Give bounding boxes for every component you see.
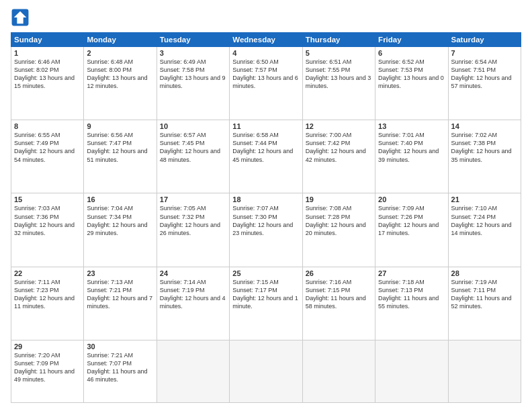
cell-info: Sunrise: 7:04 AMSunset: 7:34 PMDaylight:… (87, 204, 153, 237)
weekday-saturday: Saturday (448, 33, 521, 47)
calendar-cell: 25Sunrise: 7:15 AMSunset: 7:17 PMDayligh… (230, 267, 302, 340)
cell-info: Sunrise: 7:07 AMSunset: 7:30 PMDaylight:… (232, 204, 299, 237)
day-number: 15 (14, 195, 81, 203)
day-number: 5 (306, 49, 372, 57)
day-number: 14 (451, 122, 518, 130)
cell-info: Sunrise: 7:03 AMSunset: 7:36 PMDaylight:… (14, 204, 81, 237)
day-number: 10 (160, 122, 226, 130)
day-number: 6 (378, 49, 445, 57)
calendar-cell: 4Sunrise: 6:50 AMSunset: 7:57 PMDaylight… (230, 47, 302, 120)
calendar-cell: 10Sunrise: 6:57 AMSunset: 7:45 PMDayligh… (157, 120, 229, 193)
calendar-cell: 2Sunrise: 6:48 AMSunset: 8:00 PMDaylight… (84, 47, 157, 120)
calendar-cell: 15Sunrise: 7:03 AMSunset: 7:36 PMDayligh… (11, 193, 84, 267)
cell-info: Sunrise: 6:56 AMSunset: 7:47 PMDaylight:… (87, 131, 153, 164)
calendar-cell: 12Sunrise: 7:00 AMSunset: 7:42 PMDayligh… (302, 120, 375, 193)
day-number: 30 (87, 342, 153, 351)
cell-info: Sunrise: 7:00 AMSunset: 7:42 PMDaylight:… (306, 131, 372, 164)
day-number: 24 (160, 269, 226, 277)
calendar-cell: 18Sunrise: 7:07 AMSunset: 7:30 PMDayligh… (230, 193, 302, 267)
day-number: 3 (160, 49, 226, 57)
page: SundayMondayTuesdayWednesdayThursdayFrid… (0, 0, 532, 411)
cell-info: Sunrise: 6:51 AMSunset: 7:55 PMDaylight:… (306, 58, 372, 91)
weekday-tuesday: Tuesday (157, 33, 229, 47)
week-row-3: 15Sunrise: 7:03 AMSunset: 7:36 PMDayligh… (11, 193, 521, 267)
week-row-2: 8Sunrise: 6:55 AMSunset: 7:49 PMDaylight… (11, 120, 521, 193)
calendar-cell: 24Sunrise: 7:14 AMSunset: 7:19 PMDayligh… (157, 267, 229, 340)
cell-info: Sunrise: 6:55 AMSunset: 7:49 PMDaylight:… (14, 131, 81, 164)
calendar-cell: 23Sunrise: 7:13 AMSunset: 7:21 PMDayligh… (84, 267, 157, 340)
cell-info: Sunrise: 6:48 AMSunset: 8:00 PMDaylight:… (87, 58, 153, 91)
day-number: 20 (378, 195, 445, 203)
calendar-cell: 28Sunrise: 7:19 AMSunset: 7:11 PMDayligh… (448, 267, 521, 340)
calendar-cell: 8Sunrise: 6:55 AMSunset: 7:49 PMDaylight… (11, 120, 84, 193)
calendar-cell: 20Sunrise: 7:09 AMSunset: 7:26 PMDayligh… (375, 193, 448, 267)
cell-info: Sunrise: 7:21 AMSunset: 7:07 PMDaylight:… (87, 351, 153, 384)
cell-info: Sunrise: 7:10 AMSunset: 7:24 PMDaylight:… (451, 204, 518, 237)
calendar-cell (230, 340, 302, 402)
cell-info: Sunrise: 6:46 AMSunset: 8:02 PMDaylight:… (14, 58, 81, 91)
calendar-cell: 19Sunrise: 7:08 AMSunset: 7:28 PMDayligh… (302, 193, 375, 267)
calendar-cell: 11Sunrise: 6:58 AMSunset: 7:44 PMDayligh… (230, 120, 302, 193)
week-row-5: 29Sunrise: 7:20 AMSunset: 7:09 PMDayligh… (11, 340, 521, 402)
day-number: 21 (451, 195, 518, 203)
logo (11, 8, 32, 27)
cell-info: Sunrise: 6:54 AMSunset: 7:51 PMDaylight:… (451, 58, 518, 91)
weekday-monday: Monday (84, 33, 157, 47)
calendar-cell: 17Sunrise: 7:05 AMSunset: 7:32 PMDayligh… (157, 193, 229, 267)
day-number: 16 (87, 195, 153, 203)
header (11, 8, 521, 27)
day-number: 19 (306, 195, 372, 203)
cell-info: Sunrise: 7:05 AMSunset: 7:32 PMDaylight:… (160, 204, 226, 237)
day-number: 9 (87, 122, 153, 130)
cell-info: Sunrise: 6:52 AMSunset: 7:53 PMDaylight:… (378, 58, 445, 91)
logo-icon (11, 8, 30, 27)
day-number: 8 (14, 122, 81, 130)
cell-info: Sunrise: 7:16 AMSunset: 7:15 PMDaylight:… (306, 278, 372, 311)
calendar-cell: 9Sunrise: 6:56 AMSunset: 7:47 PMDaylight… (84, 120, 157, 193)
cell-info: Sunrise: 7:15 AMSunset: 7:17 PMDaylight:… (232, 278, 299, 311)
day-number: 25 (232, 269, 299, 277)
calendar-cell: 22Sunrise: 7:11 AMSunset: 7:23 PMDayligh… (11, 267, 84, 340)
day-number: 17 (160, 195, 226, 203)
calendar-cell: 21Sunrise: 7:10 AMSunset: 7:24 PMDayligh… (448, 193, 521, 267)
calendar-cell: 7Sunrise: 6:54 AMSunset: 7:51 PMDaylight… (448, 47, 521, 120)
calendar-cell (448, 340, 521, 402)
day-number: 23 (87, 269, 153, 277)
cell-info: Sunrise: 6:58 AMSunset: 7:44 PMDaylight:… (232, 131, 299, 164)
cell-info: Sunrise: 7:11 AMSunset: 7:23 PMDaylight:… (14, 278, 81, 311)
calendar-cell: 29Sunrise: 7:20 AMSunset: 7:09 PMDayligh… (11, 340, 84, 402)
calendar-cell: 27Sunrise: 7:18 AMSunset: 7:13 PMDayligh… (375, 267, 448, 340)
calendar-cell: 6Sunrise: 6:52 AMSunset: 7:53 PMDaylight… (375, 47, 448, 120)
day-number: 7 (451, 49, 518, 57)
calendar-cell: 16Sunrise: 7:04 AMSunset: 7:34 PMDayligh… (84, 193, 157, 267)
calendar-cell: 3Sunrise: 6:49 AMSunset: 7:58 PMDaylight… (157, 47, 229, 120)
cell-info: Sunrise: 7:18 AMSunset: 7:13 PMDaylight:… (378, 278, 445, 311)
day-number: 12 (306, 122, 372, 130)
day-number: 22 (14, 269, 81, 277)
day-number: 18 (232, 195, 299, 203)
weekday-friday: Friday (375, 33, 448, 47)
cell-info: Sunrise: 6:50 AMSunset: 7:57 PMDaylight:… (232, 58, 299, 91)
cell-info: Sunrise: 7:13 AMSunset: 7:21 PMDaylight:… (87, 278, 153, 311)
cell-info: Sunrise: 7:08 AMSunset: 7:28 PMDaylight:… (306, 204, 372, 237)
day-number: 28 (451, 269, 518, 277)
calendar: SundayMondayTuesdayWednesdayThursdayFrid… (11, 32, 521, 403)
calendar-cell (375, 340, 448, 402)
day-number: 4 (232, 49, 299, 57)
calendar-cell: 1Sunrise: 6:46 AMSunset: 8:02 PMDaylight… (11, 47, 84, 120)
cell-info: Sunrise: 7:01 AMSunset: 7:40 PMDaylight:… (378, 131, 445, 164)
calendar-cell (157, 340, 229, 402)
weekday-sunday: Sunday (11, 33, 84, 47)
cell-info: Sunrise: 7:19 AMSunset: 7:11 PMDaylight:… (451, 278, 518, 311)
calendar-cell: 5Sunrise: 6:51 AMSunset: 7:55 PMDaylight… (302, 47, 375, 120)
cell-info: Sunrise: 6:49 AMSunset: 7:58 PMDaylight:… (160, 58, 226, 91)
day-number: 13 (378, 122, 445, 130)
weekday-thursday: Thursday (302, 33, 375, 47)
day-number: 1 (14, 49, 81, 57)
weekday-header-row: SundayMondayTuesdayWednesdayThursdayFrid… (11, 33, 521, 47)
cell-info: Sunrise: 6:57 AMSunset: 7:45 PMDaylight:… (160, 131, 226, 164)
day-number: 2 (87, 49, 153, 57)
cell-info: Sunrise: 7:20 AMSunset: 7:09 PMDaylight:… (14, 351, 81, 384)
calendar-cell: 30Sunrise: 7:21 AMSunset: 7:07 PMDayligh… (84, 340, 157, 402)
calendar-cell: 14Sunrise: 7:02 AMSunset: 7:38 PMDayligh… (448, 120, 521, 193)
